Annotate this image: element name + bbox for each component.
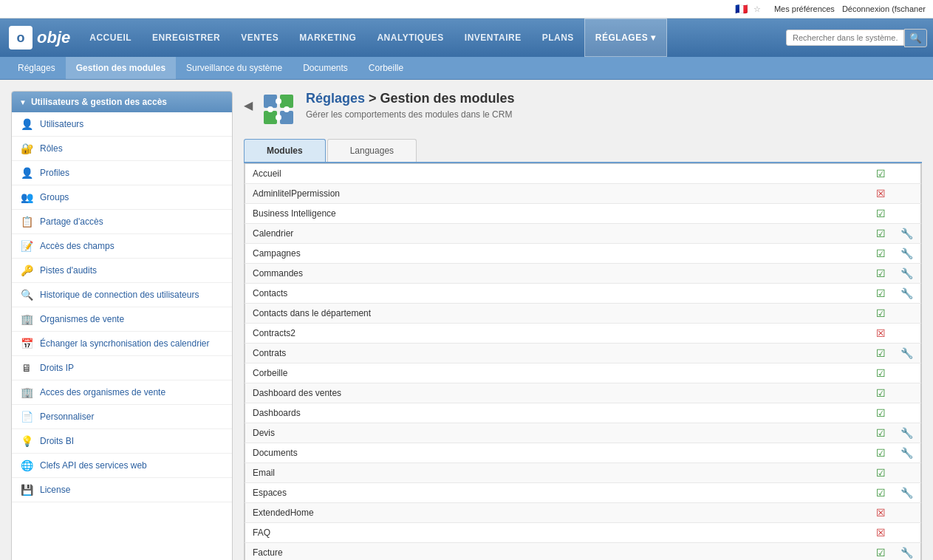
table-row: ExtendedHome ☒ — [245, 503, 921, 523]
wrench-cell[interactable]: 🔧 — [893, 423, 921, 443]
nav-enregistrer[interactable]: ENREGISTRER — [142, 18, 230, 57]
module-enabled-cell[interactable]: ☑ — [869, 443, 893, 463]
sidebar-item-6[interactable]: 🔑Pistes d'audits — [12, 259, 232, 283]
module-name: Contracts2 — [245, 324, 869, 344]
module-enabled-cell[interactable]: ☑ — [869, 304, 893, 324]
sidebar-item-label-9: Échanger la syncrhonisation des calendri… — [40, 338, 209, 349]
check-icon: ☑ — [876, 447, 886, 459]
module-enabled-cell[interactable]: ☑ — [869, 344, 893, 363]
page-title-area: Réglages > Gestion des modules Gérer les… — [306, 91, 515, 120]
sidebar-item-1[interactable]: 🔐Rôles — [12, 137, 232, 161]
module-name: Accueil — [245, 164, 869, 184]
tab-languages[interactable]: Languages — [327, 139, 417, 162]
sidebar-item-7[interactable]: 🔍Historique de connection des utilisateu… — [12, 283, 232, 307]
module-enabled-cell[interactable]: ☑ — [869, 423, 893, 443]
breadcrumb-link[interactable]: Réglages — [306, 91, 365, 106]
module-name: Contrats — [245, 344, 869, 363]
module-enabled-cell[interactable]: ☑ — [869, 403, 893, 423]
breadcrumb-separator: > — [369, 91, 380, 106]
wrench-cell[interactable]: 🔧 — [893, 284, 921, 304]
module-enabled-cell[interactable]: ☑ — [869, 164, 893, 184]
wrench-cell[interactable]: 🔧 — [893, 264, 921, 284]
subnav-corbeille[interactable]: Corbeille — [358, 57, 414, 79]
wrench-cell[interactable]: 🔧 — [893, 543, 921, 561]
tab-modules[interactable]: Modules — [244, 139, 326, 162]
nav-reglages[interactable]: RÉGLAGES ▾ — [584, 18, 667, 57]
wrench-icon[interactable]: 🔧 — [900, 347, 913, 359]
preferences-link[interactable]: Mes préférences — [774, 4, 835, 13]
module-enabled-cell[interactable]: ☑ — [869, 244, 893, 264]
module-name: Corbeille — [245, 363, 869, 383]
sidebar-item-4[interactable]: 📋Partage d'accès — [12, 210, 232, 234]
sidebar-item-11[interactable]: 🏢Acces des organismes de vente — [12, 380, 232, 405]
check-icon: ☑ — [876, 387, 886, 399]
wrench-cell[interactable]: 🔧 — [893, 443, 921, 463]
sidebar-item-9[interactable]: 📅Échanger la syncrhonisation des calendr… — [12, 332, 232, 356]
sidebar-item-icon-5: 📝 — [19, 239, 34, 253]
wrench-cell[interactable]: 🔧 — [893, 224, 921, 244]
nav-accueil[interactable]: ACCUEIL — [79, 18, 142, 57]
nav-analytiques[interactable]: ANALYTIQUES — [366, 18, 454, 57]
sidebar-item-12[interactable]: 📄Personnaliser — [12, 405, 232, 429]
sidebar-item-2[interactable]: 👤Profiles — [12, 161, 232, 185]
sidebar-item-3[interactable]: 👥Groups — [12, 185, 232, 210]
subnav-documents[interactable]: Documents — [293, 57, 358, 79]
module-enabled-cell[interactable]: ☑ — [869, 383, 893, 403]
module-enabled-cell[interactable]: ☑ — [869, 224, 893, 244]
sidebar-item-13[interactable]: 💡Droits BI — [12, 429, 232, 454]
wrench-cell[interactable]: 🔧 — [893, 244, 921, 264]
module-enabled-cell[interactable]: ☒ — [869, 523, 893, 543]
logout-link[interactable]: Déconnexion (fschaner — [842, 4, 926, 13]
module-enabled-cell[interactable]: ☑ — [869, 284, 893, 304]
nav-marketing[interactable]: MARKETING — [289, 18, 366, 57]
check-icon: ☑ — [876, 487, 886, 499]
nav-plans[interactable]: PLANS — [532, 18, 584, 57]
wrench-icon[interactable]: 🔧 — [900, 547, 913, 559]
subnav-gestion-modules[interactable]: Gestion des modules — [66, 57, 176, 79]
module-enabled-cell[interactable]: ☑ — [869, 543, 893, 561]
wrench-icon[interactable]: 🔧 — [900, 427, 913, 439]
module-enabled-cell[interactable]: ☑ — [869, 264, 893, 284]
module-name: FAQ — [245, 523, 869, 543]
svg-rect-0 — [264, 95, 277, 108]
sidebar-item-icon-2: 👤 — [19, 165, 34, 180]
wrench-cell[interactable]: 🔧 — [893, 344, 921, 363]
wrench-icon[interactable]: 🔧 — [900, 247, 913, 259]
wrench-icon[interactable]: 🔧 — [900, 267, 913, 279]
module-enabled-cell[interactable]: ☒ — [869, 324, 893, 344]
sidebar: ▼ Utilisateurs & gestion des accès 👤Util… — [11, 91, 233, 560]
module-enabled-cell[interactable]: ☒ — [869, 503, 893, 523]
sidebar-item-14[interactable]: 🌐Clefs API des services web — [12, 454, 232, 478]
wrench-icon[interactable]: 🔧 — [900, 447, 913, 459]
subnav-surveillance[interactable]: Surveillance du système — [176, 57, 293, 79]
svg-point-6 — [284, 106, 290, 112]
module-enabled-cell[interactable]: ☑ — [869, 483, 893, 503]
module-enabled-cell[interactable]: ☑ — [869, 363, 893, 383]
sidebar-item-icon-1: 🔐 — [19, 141, 34, 156]
wrench-icon[interactable]: 🔧 — [900, 287, 913, 299]
sidebar-item-8[interactable]: 🏢Organismes de vente — [12, 307, 232, 332]
table-row: Contracts2 ☒ — [245, 324, 921, 344]
module-enabled-cell[interactable]: ☑ — [869, 204, 893, 224]
sidebar-item-label-10: Droits IP — [40, 363, 74, 373]
search-button[interactable]: 🔍 — [904, 29, 927, 47]
sidebar-item-label-14: Clefs API des services web — [40, 460, 147, 471]
module-enabled-cell[interactable]: ☒ — [869, 184, 893, 204]
wrench-icon[interactable]: 🔧 — [900, 487, 913, 499]
sidebar-item-5[interactable]: 📝Accès des champs — [12, 234, 232, 259]
sidebar-item-icon-14: 🌐 — [19, 458, 34, 473]
nav-inventaire[interactable]: INVENTAIRE — [454, 18, 532, 57]
subnav-reglages[interactable]: Réglages — [7, 57, 66, 79]
module-enabled-cell[interactable]: ☑ — [869, 463, 893, 483]
sidebar-item-0[interactable]: 👤Utilisateurs — [12, 112, 232, 137]
wrench-icon[interactable]: 🔧 — [900, 228, 913, 239]
back-arrow[interactable]: ◀ — [244, 98, 253, 112]
sidebar-item-15[interactable]: 💾License — [12, 478, 232, 502]
module-table: Accueil ☑ AdminlitelPpermission ☒ Busine… — [245, 163, 921, 560]
wrench-cell-empty — [893, 204, 921, 224]
collapse-arrow[interactable]: ▼ — [19, 98, 27, 106]
nav-ventes[interactable]: VENTES — [230, 18, 289, 57]
search-input[interactable] — [786, 30, 904, 46]
wrench-cell[interactable]: 🔧 — [893, 483, 921, 503]
sidebar-item-10[interactable]: 🖥Droits IP — [12, 356, 232, 380]
